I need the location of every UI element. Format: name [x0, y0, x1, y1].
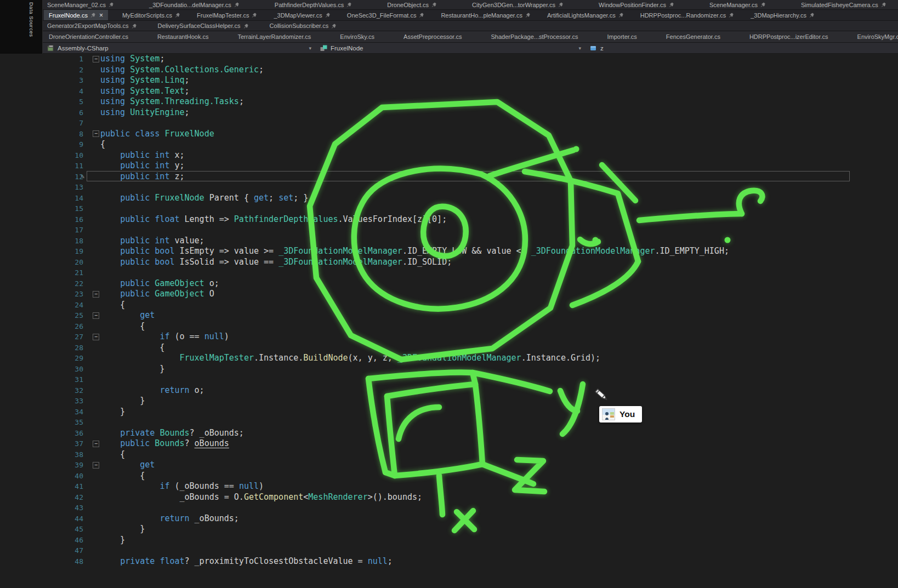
- tab-myeditorscripts-cs[interactable]: MyEditorScripts.cs: [120, 10, 183, 20]
- code-line-1[interactable]: 1−using System;: [0, 54, 898, 65]
- pin-icon[interactable]: [525, 12, 531, 18]
- tab-simulatedfisheyecamera-cs[interactable]: SimulatedFisheyeCamera.cs: [799, 0, 889, 9]
- code-line-26[interactable]: 26 {: [0, 321, 898, 332]
- tab-importer-cs[interactable]: Importer.cs: [605, 31, 639, 42]
- code-line-20[interactable]: 20 public bool IsSolid => value == _3DFo…: [0, 257, 898, 268]
- tab-terrainlayerrandomizer-cs[interactable]: TerrainLayerRandomizer.cs: [235, 31, 313, 42]
- code-line-37[interactable]: 37− public Bounds? oBounds: [0, 438, 898, 449]
- code-line-7[interactable]: 7: [0, 118, 898, 129]
- pin-icon[interactable]: [90, 12, 96, 18]
- pin-icon[interactable]: [419, 12, 424, 18]
- pin-icon[interactable]: [558, 2, 564, 8]
- tab-citygen3dgen-torwrapper-cs[interactable]: CityGen3DGen...torWrapper.cs: [470, 0, 566, 9]
- pin-icon[interactable]: [431, 2, 437, 8]
- breadcrumb-project-dropdown[interactable]: Assembly-CSharp ▾: [43, 43, 316, 53]
- pin-icon[interactable]: [243, 23, 249, 29]
- pin-icon[interactable]: [881, 2, 886, 8]
- code-line-36[interactable]: 36 private Bounds? _oBounds;: [0, 428, 898, 439]
- data-sources-dock-tab[interactable]: Data Sources: [29, 2, 35, 37]
- code-line-47[interactable]: 47: [0, 545, 898, 556]
- pin-icon[interactable]: [729, 12, 734, 18]
- tab-fencesgenerator-cs[interactable]: FencesGenerator.cs: [664, 31, 723, 42]
- pin-icon[interactable]: [669, 2, 674, 8]
- fold-collapse-icon[interactable]: −: [93, 312, 99, 319]
- fold-collapse-icon[interactable]: −: [93, 462, 99, 469]
- tab-onesec3d-fileformat-cs[interactable]: OneSec3D_FileFormat.cs: [345, 10, 427, 20]
- code-line-42[interactable]: 42 _oBounds = O.GetComponent<MeshRendere…: [0, 492, 898, 503]
- tab-hdrppostproc-izereditor-cs[interactable]: HDRPPostproc...izerEditor.cs: [747, 31, 831, 42]
- code-line-13[interactable]: 13: [0, 182, 898, 193]
- pin-icon[interactable]: [760, 2, 766, 8]
- pin-icon[interactable]: [809, 12, 815, 18]
- tab-shaderpackage-stprocessor-cs[interactable]: ShaderPackage...stProcessor.cs: [488, 31, 580, 42]
- tab-enviroskymgr-cs[interactable]: EnviroSkyMgr.cs: [855, 31, 898, 42]
- code-line-46[interactable]: 46 }: [0, 535, 898, 546]
- code-line-12[interactable]: 12 public int z;: [0, 172, 898, 182]
- code-editor[interactable]: ✎ 1−using System;2using System.Collectio…: [0, 54, 898, 588]
- code-line-15[interactable]: 15: [0, 203, 898, 214]
- tab-restauranthook-cs[interactable]: RestaurantHook.cs: [155, 31, 211, 42]
- code-line-16[interactable]: 16 public float Length => PathfinderDept…: [0, 214, 898, 225]
- code-line-6[interactable]: 6using UnityEngine;: [0, 107, 898, 118]
- pin-icon[interactable]: [618, 12, 624, 18]
- close-icon[interactable]: ×: [99, 13, 103, 18]
- pin-icon[interactable]: [234, 2, 240, 8]
- tab-droneobject-cs[interactable]: DroneObject.cs: [385, 0, 439, 9]
- code-line-31[interactable]: 31: [0, 374, 898, 385]
- code-line-3[interactable]: 3using System.Linq;: [0, 75, 898, 86]
- pin-icon[interactable]: [346, 2, 352, 8]
- code-line-23[interactable]: 23− public GameObject O: [0, 289, 898, 300]
- tab-restaurantho-plemanager-cs[interactable]: RestaurantHo...pleManager.cs: [439, 10, 533, 20]
- code-line-32[interactable]: 32 return o;: [0, 385, 898, 396]
- code-line-8[interactable]: 8−public class FruxelNode: [0, 129, 898, 140]
- code-line-35[interactable]: 35: [0, 417, 898, 428]
- code-line-33[interactable]: 33 }: [0, 396, 898, 407]
- pin-icon[interactable]: [175, 12, 180, 18]
- code-line-44[interactable]: 44 return _oBounds;: [0, 513, 898, 524]
- tab-collisionsubscriber-cs[interactable]: CollisionSubscriber.cs: [268, 21, 339, 31]
- pin-icon[interactable]: [325, 12, 331, 18]
- tab-generator2exportmaptools-cs[interactable]: Generator2ExportMapTools.cs: [45, 21, 139, 31]
- code-line-25[interactable]: 25− get: [0, 310, 898, 321]
- code-line-41[interactable]: 41 if (_oBounds == null): [0, 481, 898, 492]
- code-line-30[interactable]: 30 }: [0, 364, 898, 375]
- code-line-19[interactable]: 19 public bool IsEmpty => value >= _3DFo…: [0, 246, 898, 257]
- fold-collapse-icon[interactable]: −: [93, 291, 99, 298]
- code-line-40[interactable]: 40 {: [0, 471, 898, 482]
- code-line-43[interactable]: 43: [0, 503, 898, 513]
- tab-fruxelmaptester-cs[interactable]: FruxelMapTester.cs: [195, 10, 259, 20]
- code-line-38[interactable]: 38 {: [0, 449, 898, 460]
- code-line-27[interactable]: 27− if (o == null): [0, 332, 898, 342]
- code-line-17[interactable]: 17: [0, 225, 898, 236]
- tab-assetpreprocessor-cs[interactable]: AssetPreprocessor.cs: [401, 31, 464, 42]
- chevron-down-icon[interactable]: ▾: [309, 45, 311, 51]
- tab-3dmaphierarchy-cs[interactable]: _3DMapHierarchy.cs: [748, 10, 817, 20]
- code-line-4[interactable]: 4using System.Text;: [0, 86, 898, 97]
- breadcrumb-member-dropdown[interactable]: z: [586, 43, 898, 53]
- tab-droneorientationcontroller-cs[interactable]: DroneOrientationController.cs: [47, 31, 130, 42]
- pin-icon[interactable]: [132, 23, 137, 29]
- tab-3dfoundatio-delmanager-cs[interactable]: _3DFoundatio...delManager.cs: [147, 0, 242, 9]
- code-line-5[interactable]: 5using System.Threading.Tasks;: [0, 96, 898, 107]
- tab-scenemanager-02-cs[interactable]: SceneManager_02.cs: [45, 0, 116, 9]
- pin-icon[interactable]: [109, 2, 114, 8]
- chevron-down-icon[interactable]: ▾: [578, 45, 581, 51]
- code-line-29[interactable]: 29 FruxelMapTester.Instance.BuildNode(x,…: [0, 353, 898, 364]
- code-line-22[interactable]: 22 public GameObject o;: [0, 278, 898, 289]
- code-line-21[interactable]: 21: [0, 267, 898, 278]
- tab-hdrppostproc-randomizer-cs[interactable]: HDRPPostproc...Randomizer.cs: [638, 10, 737, 20]
- tab-envirosky-cs[interactable]: EnviroSky.cs: [338, 31, 377, 42]
- tab-artificiallightsmanager-cs[interactable]: ArtificialLightsManager.cs: [545, 10, 626, 20]
- code-line-45[interactable]: 45 }: [0, 524, 898, 535]
- code-line-11[interactable]: 11 public int y;: [0, 161, 898, 172]
- fold-collapse-icon[interactable]: −: [93, 130, 99, 137]
- fold-collapse-icon[interactable]: −: [93, 441, 99, 447]
- breadcrumb-type-dropdown[interactable]: FruxelNode ▾: [316, 43, 586, 53]
- code-line-48[interactable]: 48 private float? _proximityToClosestObs…: [0, 556, 898, 567]
- code-line-24[interactable]: 24 {: [0, 300, 898, 311]
- tab-deliverysurfaceclasshelper-cs[interactable]: DeliverySurfaceClassHelper.cs: [156, 21, 251, 31]
- code-line-10[interactable]: 10 public int x;: [0, 150, 898, 161]
- tab-fruxelnode-cs[interactable]: FruxelNode.cs×: [44, 10, 108, 20]
- code-line-28[interactable]: 28 {: [0, 342, 898, 353]
- fold-collapse-icon[interactable]: −: [93, 56, 99, 62]
